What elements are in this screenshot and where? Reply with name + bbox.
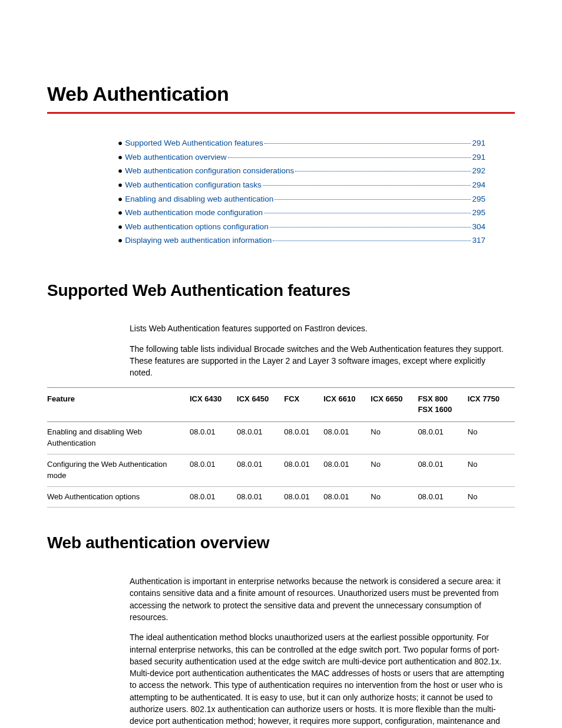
toc-entry[interactable]: ●Web authentication overview291 xyxy=(118,151,485,163)
toc-link[interactable]: Supported Web Authentication features xyxy=(125,137,263,149)
toc-link[interactable]: Enabling and disabling web authenticatio… xyxy=(125,193,273,205)
col-icx7750: ICX 7750 xyxy=(468,387,515,422)
cell: 08.0.01 xyxy=(237,486,284,508)
cell: 08.0.01 xyxy=(323,454,371,486)
cell: 08.0.01 xyxy=(323,486,371,508)
cell: 08.0.01 xyxy=(284,454,323,486)
toc-entry[interactable]: ●Displaying web authentication informati… xyxy=(118,235,485,246)
cell: No xyxy=(468,454,515,486)
cell: No xyxy=(468,422,515,454)
table-of-contents: ●Supported Web Authentication features29… xyxy=(118,137,485,246)
cell: 08.0.01 xyxy=(284,486,323,508)
cell: No xyxy=(371,486,418,508)
cell: 08.0.01 xyxy=(418,454,467,486)
body-paragraph: The following table lists individual Bro… xyxy=(130,343,509,379)
cell: 08.0.01 xyxy=(190,422,237,454)
table-row: Web Authentication options 08.0.01 08.0.… xyxy=(47,486,515,508)
cell: No xyxy=(371,422,418,454)
cell: 08.0.01 xyxy=(237,454,284,486)
cell: 08.0.01 xyxy=(237,422,284,454)
cell-feature: Enabling and disabling Web Authenticatio… xyxy=(47,422,190,454)
cell-feature: Configuring the Web Authentication mode xyxy=(47,454,190,486)
section-heading-supported-features: Supported Web Authentication features xyxy=(47,279,515,303)
toc-pagenum[interactable]: 295 xyxy=(472,207,485,219)
toc-link[interactable]: Web authentication configuration conside… xyxy=(125,165,294,177)
col-icx6610: ICX 6610 xyxy=(323,387,371,422)
feature-support-table: Feature ICX 6430 ICX 6450 FCX ICX 6610 I… xyxy=(47,387,515,508)
col-icx6430: ICX 6430 xyxy=(190,387,237,422)
cell: 08.0.01 xyxy=(418,486,467,508)
toc-pagenum[interactable]: 292 xyxy=(472,165,485,177)
cell: 08.0.01 xyxy=(418,422,467,454)
toc-pagenum[interactable]: 294 xyxy=(472,179,485,191)
table-row: Enabling and disabling Web Authenticatio… xyxy=(47,422,515,454)
toc-pagenum[interactable]: 291 xyxy=(472,151,485,163)
cell: 08.0.01 xyxy=(323,422,371,454)
cell: No xyxy=(371,454,418,486)
toc-entry[interactable]: ●Web authentication mode configuration29… xyxy=(118,207,485,219)
chapter-title: Web Authentication xyxy=(47,80,515,108)
cell: 08.0.01 xyxy=(190,454,237,486)
toc-entry[interactable]: ●Enabling and disabling web authenticati… xyxy=(118,193,485,205)
cell: 08.0.01 xyxy=(190,486,237,508)
col-feature: Feature xyxy=(47,387,190,422)
cell-feature: Web Authentication options xyxy=(47,486,190,508)
toc-link[interactable]: Web authentication mode configuration xyxy=(125,207,263,219)
table-row: Configuring the Web Authentication mode … xyxy=(47,454,515,486)
cell: No xyxy=(468,486,515,508)
body-paragraph: Lists Web Authentication features suppor… xyxy=(130,322,509,334)
table-header-row: Feature ICX 6430 ICX 6450 FCX ICX 6610 I… xyxy=(47,387,515,422)
body-paragraph: Authentication is important in enterpris… xyxy=(130,575,509,623)
toc-link[interactable]: Web authentication configuration tasks xyxy=(125,179,262,191)
col-fcx: FCX xyxy=(284,387,323,422)
toc-pagenum[interactable]: 304 xyxy=(472,221,485,233)
toc-pagenum[interactable]: 295 xyxy=(472,193,485,205)
cell: 08.0.01 xyxy=(284,422,323,454)
chapter-rule xyxy=(47,112,515,114)
toc-entry[interactable]: ●Web authentication configuration consid… xyxy=(118,165,485,177)
col-icx6650: ICX 6650 xyxy=(371,387,418,422)
col-icx6450: ICX 6450 xyxy=(237,387,284,422)
toc-pagenum[interactable]: 291 xyxy=(472,137,485,149)
col-fsx: FSX 800FSX 1600 xyxy=(418,387,467,422)
body-paragraph: The ideal authentication method blocks u… xyxy=(130,631,509,728)
toc-link[interactable]: Displaying web authentication informatio… xyxy=(125,235,272,246)
toc-entry[interactable]: ●Web authentication options configuratio… xyxy=(118,221,485,233)
toc-link[interactable]: Web authentication overview xyxy=(125,151,226,163)
toc-pagenum[interactable]: 317 xyxy=(472,235,485,246)
toc-link[interactable]: Web authentication options configuration xyxy=(125,221,269,233)
toc-entry[interactable]: ●Supported Web Authentication features29… xyxy=(118,137,485,149)
toc-entry[interactable]: ●Web authentication configuration tasks2… xyxy=(118,179,485,191)
section-heading-overview: Web authentication overview xyxy=(47,531,515,555)
